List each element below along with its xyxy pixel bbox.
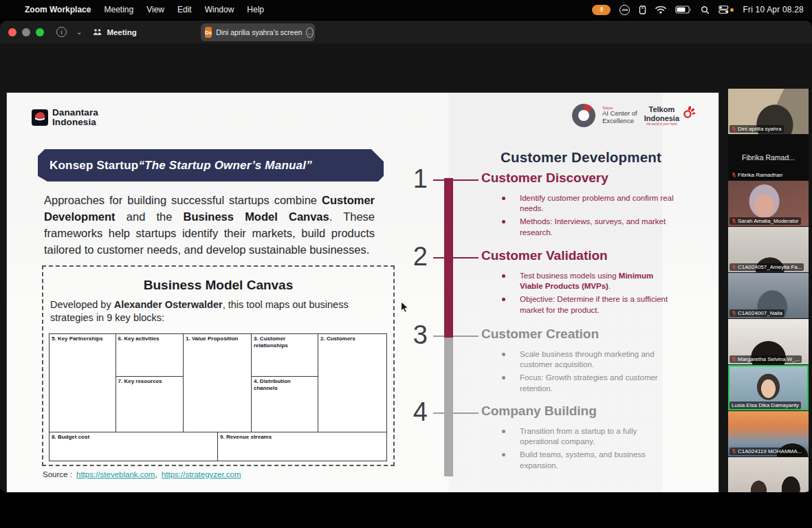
more-options-icon[interactable]: … <box>306 28 314 38</box>
app-window-icon[interactable] <box>639 6 646 14</box>
chevron-down-icon[interactable]: ⌄ <box>76 28 82 36</box>
timeline-number-2: 2 <box>404 243 428 270</box>
menu-window[interactable]: Window <box>205 5 234 14</box>
menubar-clock: Fri 10 Apr 08.28 <box>743 5 804 14</box>
menu-meeting[interactable]: Meeting <box>104 5 133 14</box>
danantara-logo: Danantara Indonesia <box>32 108 98 126</box>
bmc-canvas-grid: 5. Key Partnerships 6. Key activities 7.… <box>49 333 387 461</box>
menu-view[interactable]: View <box>146 5 164 14</box>
participants-sidebar: Dini aprilia syahra Fibrika Ramad... Fib… <box>728 89 809 492</box>
participant-name: Fibrika Ramadhan <box>738 172 782 178</box>
bmc-cell-revenue: 9. Revenue streams <box>218 432 386 442</box>
slide-title-plain: Konsep Startup <box>50 159 138 173</box>
timeline-number-1: 1 <box>404 166 428 192</box>
bullet: Scale business through marketing and cus… <box>492 349 677 370</box>
battery-icon[interactable] <box>675 6 692 14</box>
business-model-canvas-box: Business Model Canvas Developed by Alexa… <box>42 265 395 466</box>
section-customer-discovery-bullets: Identify customer problems and confirm r… <box>492 193 677 241</box>
participant-name: C1A024057_Ameylia Fa... <box>738 264 802 270</box>
aicoe-burst-icon <box>572 104 595 127</box>
section-company-building-heading: Company Building <box>481 404 597 419</box>
bmc-cell-channels: 4. Distribution channels <box>252 377 318 393</box>
menu-help[interactable]: Help <box>247 5 264 14</box>
timeline-number-4: 4 <box>404 399 428 425</box>
source-line: Source : https://steveblank.com, https:/… <box>43 470 241 478</box>
participant-name: Lusia Elsa Dika Damayanty <box>732 402 799 408</box>
control-center-icon[interactable] <box>718 6 734 14</box>
muted-mic-icon <box>732 172 736 178</box>
timeline-bar-maroon <box>444 178 453 338</box>
section-customer-creation-heading: Customer Creation <box>481 327 599 342</box>
bmc-title: Business Model Canvas <box>43 278 393 293</box>
participant-tile-fibrika[interactable]: Fibrika Ramad... Fibrika Ramadhan <box>728 135 809 180</box>
zoom-menubar-icon[interactable]: zm <box>619 5 630 15</box>
bullet: Identify customer problems and confirm r… <box>492 193 677 214</box>
participant-tile-dini[interactable]: Dini aprilia syahra <box>728 89 809 134</box>
telkom-name2: Indonesia <box>644 114 679 122</box>
aicoe-line2: Excellence <box>602 118 637 124</box>
menu-zoom-workplace[interactable]: Zoom Workplace <box>25 5 91 14</box>
window-title-bar: i ⌄ Meeting Ds Dini aprilia syahra's scr… <box>0 21 812 43</box>
participant-name: Dini aprilia syahra <box>738 126 782 132</box>
bmc-cell-relationships: 3. Customer relationships <box>252 334 318 350</box>
shared-screen-slide: Danantara Indonesia Telkom AI Center of … <box>7 93 718 492</box>
participant-tile-naila[interactable]: C1A024007_Naila <box>728 273 809 318</box>
muted-mic-icon <box>732 218 736 224</box>
macos-menu-bar: Zoom Workplace Meeting View Edit Window … <box>0 0 812 19</box>
telkom-name1: Telkom <box>644 105 679 113</box>
share-avatar: Ds <box>205 27 212 38</box>
section-customer-validation-heading: Customer Validation <box>481 248 608 263</box>
bmc-description: Developed by Alexander Osterwalder, this… <box>50 298 386 324</box>
bullet: Objective: Determine if there is a suffi… <box>492 294 677 315</box>
telkom-tagline: the world in your hand <box>644 122 679 126</box>
participant-tile-ameylia[interactable]: C1A024057_Ameylia Fa... <box>728 227 809 272</box>
zoom-meeting-window: i ⌄ Meeting Ds Dini aprilia syahra's scr… <box>0 21 812 492</box>
participant-name: C1A024119 MOHAMMA... <box>738 448 802 454</box>
danantara-logo-icon <box>32 109 48 126</box>
menu-edit[interactable]: Edit <box>177 5 192 14</box>
mic-status-icon[interactable] <box>592 5 611 15</box>
bmc-cell-activities: 6. Key activities <box>116 334 183 344</box>
meeting-tab-label[interactable]: Meeting <box>107 28 136 36</box>
bullet: Test business models using Minimum Viabl… <box>492 271 677 292</box>
intro-paragraph: Approaches for building successful start… <box>44 192 375 258</box>
muted-mic-icon <box>732 310 736 316</box>
shared-screen-tab-label: Dini aprilia syahra's screen <box>216 28 302 36</box>
participant-tile-mohamma[interactable]: C1A024119 MOHAMMA... <box>728 411 809 456</box>
participant-tile-zafirah[interactable]: Zafirah Ikramiya <box>728 457 809 492</box>
timeline-bar-gray <box>444 338 453 476</box>
shared-screen-tab[interactable]: Ds Dini aprilia syahra's screen … <box>201 23 315 41</box>
participant-tile-sarah[interactable]: Sarah Amalia_Moderator <box>728 181 809 226</box>
meeting-info-icon[interactable]: i <box>56 27 67 37</box>
timeline-tick-1 <box>433 179 479 181</box>
section-customer-validation-bullets: Test business models using Minimum Viabl… <box>492 271 677 318</box>
participant-tile-lusia-active-speaker[interactable]: Lusia Elsa Dika Damayanty <box>728 365 809 410</box>
source-link-steveblank[interactable]: https://steveblank.com <box>76 470 155 478</box>
timeline-tick-2 <box>433 257 479 258</box>
mouse-cursor <box>400 301 409 314</box>
timeline-tick-3 <box>433 336 479 337</box>
section-company-building-bullets: Transition from a startup to a fully ope… <box>492 426 677 474</box>
meeting-content-area: Danantara Indonesia Telkom AI Center of … <box>0 43 812 492</box>
telkom-hand-icon <box>681 105 696 120</box>
desktop: Zoom Workplace Meeting View Edit Window … <box>0 0 812 528</box>
timeline-tick-4 <box>433 412 479 414</box>
bmc-cell-value-proposition: 1. Value Proposition <box>184 334 251 344</box>
wifi-icon[interactable] <box>655 6 666 14</box>
minimize-window-button[interactable] <box>22 28 30 36</box>
fullscreen-window-button[interactable] <box>36 28 44 36</box>
close-window-button[interactable] <box>8 28 17 36</box>
source-label: Source : <box>43 470 72 478</box>
bmc-cell-customers: 2. Customers <box>318 334 386 344</box>
bmc-cell-budget: 8. Budget cost <box>50 432 217 442</box>
search-icon[interactable] <box>701 6 710 14</box>
danantara-logo-line2: Indonesia <box>52 118 98 127</box>
muted-mic-icon <box>732 356 736 362</box>
source-link-strategyzer[interactable]: https://strategyzer.com <box>162 470 241 478</box>
slide-title-banner: Konsep Startup “The Startup Owner’s Manu… <box>38 149 384 182</box>
section-customer-discovery-heading: Customer Discovery <box>481 170 608 186</box>
participants-icon <box>93 28 102 36</box>
bullet: Build teams, systems, and business expan… <box>492 450 677 470</box>
participant-tile-margaretha[interactable]: Margaretha Selvina W_... <box>728 319 809 364</box>
notification-dot <box>730 8 734 12</box>
